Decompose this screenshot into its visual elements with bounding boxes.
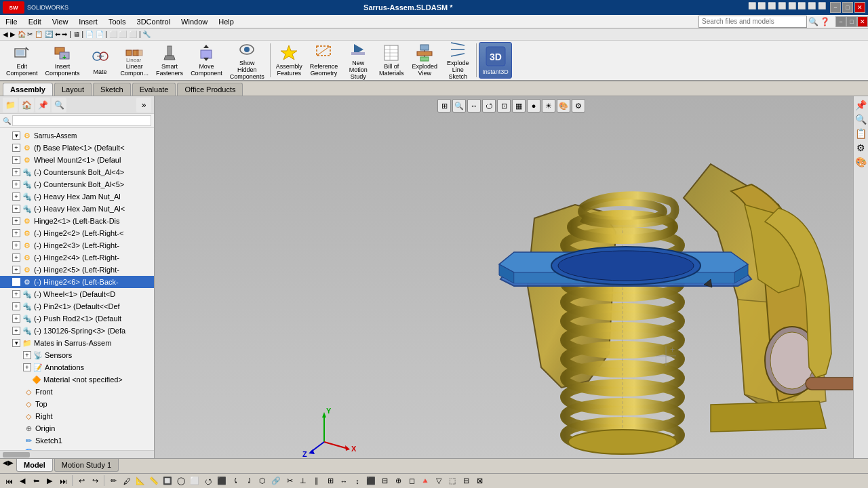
list-item[interactable]: + 🔩 (-) Countersunk Bolt_Al<5>	[0, 178, 154, 190]
te11[interactable]: +	[12, 266, 20, 274]
bt-btn-14[interactable]: ⬜	[189, 475, 201, 487]
menu-file[interactable]: File	[0, 16, 23, 27]
menu-help[interactable]: Help	[213, 16, 239, 27]
bottom-nav-right[interactable]: ▶	[8, 459, 14, 466]
vp-btn-grid[interactable]: ⊞	[437, 99, 451, 113]
show-hidden-button[interactable]: ShowHiddenComponents	[226, 42, 268, 79]
viewport[interactable]: ⊞ 🔍 ↔ ⭯ ⊡ ▦ ● ☀ 🎨 ⚙	[155, 96, 868, 458]
bt-btn-4[interactable]: ▶	[43, 475, 56, 487]
list-item[interactable]: + 🔩 (-) Heavy Hex Jam Nut_Al<	[0, 203, 154, 215]
te16[interactable]: +	[12, 327, 20, 335]
vp-btn-target[interactable]: ⊡	[497, 99, 511, 113]
bt-btn-10[interactable]: 📐	[134, 475, 146, 487]
te6[interactable]: +	[12, 205, 20, 213]
te5[interactable]: +	[12, 192, 20, 201]
rp-btn-2[interactable]: 🔍	[855, 113, 867, 125]
vp-btn-shading[interactable]: ●	[527, 99, 540, 113]
explode-line-sketch-button[interactable]: ExplodeLineSketch	[441, 42, 474, 79]
bt-btn-20[interactable]: 🔗	[270, 475, 282, 487]
menu-edit[interactable]: Edit	[23, 16, 47, 27]
list-item[interactable]: + 🔩 (-) Wheel<1> (Default<D	[0, 288, 154, 300]
panel-btn-3[interactable]: 📌	[35, 98, 50, 113]
te4[interactable]: +	[12, 180, 20, 188]
list-item[interactable]: + ⚙ Hinge2<1> (Left-Back-Dis	[0, 215, 154, 227]
bt-btn-17[interactable]: ⤹	[229, 475, 241, 487]
rp-btn-4[interactable]: ⚙	[855, 142, 867, 154]
bt-btn-24[interactable]: ⊞	[324, 475, 336, 487]
bt-btn-5[interactable]: ⏭	[57, 475, 69, 487]
te7[interactable]: +	[12, 217, 20, 225]
vp-btn-view[interactable]: ▦	[512, 99, 526, 113]
bill-of-materials-button[interactable]: Bill ofMaterials	[375, 42, 408, 79]
bt-btn-3[interactable]: ⬅	[30, 475, 42, 487]
search-icon[interactable]: 🔍	[808, 17, 818, 26]
tree-hscroll[interactable]	[0, 450, 154, 458]
tab-layout[interactable]: Layout	[54, 83, 92, 96]
te13[interactable]: +	[12, 290, 20, 298]
menu-tools[interactable]: Tools	[103, 16, 132, 27]
mate-button[interactable]: Mate	[84, 42, 117, 79]
te14[interactable]: +	[12, 302, 20, 310]
te1[interactable]: +	[12, 144, 20, 152]
bottom-nav-left[interactable]: ◀	[3, 459, 8, 466]
search-input[interactable]	[698, 16, 807, 28]
menu-window[interactable]: Window	[176, 16, 213, 27]
bt-btn-11[interactable]: 📏	[148, 475, 160, 487]
list-item[interactable]: + 📡 Sensors	[0, 349, 154, 361]
bt-btn-7[interactable]: ↪	[89, 475, 101, 487]
rp-btn-1[interactable]: 📌	[855, 99, 867, 111]
list-item[interactable]: + 🔩 (-) Push Rod2<1> (Default	[0, 312, 154, 325]
tree-expand-root[interactable]: ▾	[12, 131, 20, 140]
bt-btn-15[interactable]: ⭯	[202, 475, 214, 487]
instant3d-button[interactable]: 3D Instant3D	[479, 42, 512, 79]
move-component-button[interactable]: MoveComponent	[187, 42, 226, 79]
vp-btn-zoom[interactable]: 🔍	[452, 99, 466, 113]
exploded-view-button[interactable]: ExplodedView	[408, 42, 441, 79]
maximize-button[interactable]: □	[842, 2, 853, 13]
bt-btn-29[interactable]: ⊕	[392, 475, 404, 487]
tab-office-products[interactable]: Office Products	[177, 83, 243, 96]
bt-btn-31[interactable]: 🔺	[419, 475, 431, 487]
te18[interactable]: +	[23, 351, 31, 359]
te19[interactable]: +	[23, 363, 31, 371]
bt-btn-16[interactable]: ⬛	[216, 475, 228, 487]
panel-btn-1[interactable]: 📁	[3, 98, 18, 113]
list-item[interactable]: + ⚙ Wheel Mount2<1> (Defaul	[0, 154, 154, 166]
list-item[interactable]: ⊕ Origin	[0, 422, 154, 434]
bt-btn-13[interactable]: ◯	[175, 475, 187, 487]
vp-btn-scene[interactable]: 🎨	[557, 99, 570, 113]
te12[interactable]: +	[12, 278, 20, 286]
menu-insert[interactable]: Insert	[73, 16, 103, 27]
panel-btn-4[interactable]: 🔍	[52, 98, 66, 113]
bt-btn-22[interactable]: ⊥	[297, 475, 309, 487]
panel-btn-2[interactable]: 🏠	[19, 98, 34, 113]
list-item[interactable]: + 🔩 (-) Heavy Hex Jam Nut_Al	[0, 190, 154, 203]
linear-component-button[interactable]: Linear LinearCompon...	[117, 42, 153, 79]
vp-btn-lights[interactable]: ☀	[542, 99, 555, 113]
bt-btn-12[interactable]: 🔲	[161, 475, 174, 487]
bt-btn-6[interactable]: ↩	[75, 475, 87, 487]
rp-btn-5[interactable]: 🎨	[855, 156, 867, 168]
rp-btn-3[interactable]: 📋	[855, 127, 867, 140]
bt-btn-33[interactable]: ⬚	[446, 475, 458, 487]
vp-btn-pan[interactable]: ↔	[467, 99, 481, 113]
new-motion-button[interactable]: NewMotionStudy	[342, 42, 374, 79]
list-item[interactable]: + 🔩 (-) Pin2<1> (Default<<Def	[0, 300, 154, 312]
close-button[interactable]: ✕	[854, 2, 865, 13]
close-btn-2[interactable]: ✕	[857, 16, 868, 27]
te10[interactable]: +	[12, 253, 20, 262]
list-item[interactable]: ◇ Right	[0, 410, 154, 422]
vp-btn-rotate[interactable]: ⭯	[482, 99, 496, 113]
panel-expand-btn[interactable]: »	[136, 98, 151, 113]
te2[interactable]: +	[12, 156, 20, 164]
te8[interactable]: +	[12, 229, 20, 237]
edit-component-button[interactable]: EditComponent	[3, 42, 41, 79]
bt-btn-25[interactable]: ↔	[338, 475, 350, 487]
bt-btn-8[interactable]: ✏	[107, 475, 119, 487]
menu-3dcontrol[interactable]: 3DControl	[132, 16, 176, 27]
tab-sketch[interactable]: Sketch	[93, 83, 131, 96]
max-btn-2[interactable]: □	[846, 16, 857, 27]
te3[interactable]: +	[12, 168, 20, 176]
bt-btn-28[interactable]: ⊟	[378, 475, 391, 487]
bt-btn-30[interactable]: ◻	[406, 475, 418, 487]
